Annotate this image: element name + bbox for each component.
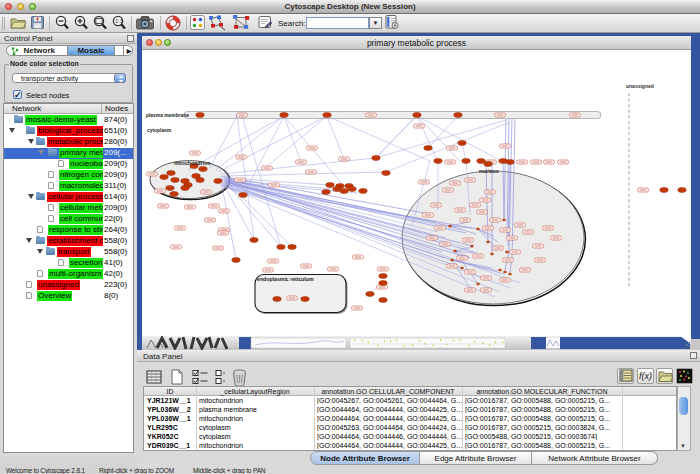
svg-text:1:1: 1:1	[115, 18, 123, 24]
svg-text:nucleus: nucleus	[479, 168, 499, 174]
svg-text:endoplasmic reticulum: endoplasmic reticulum	[257, 276, 314, 282]
svg-text:plasma membrane: plasma membrane	[146, 113, 189, 118]
svg-text:unassigned: unassigned	[626, 83, 654, 89]
svg-text:mitochondrion: mitochondrion	[174, 160, 210, 166]
svg-text:cytoplasm: cytoplasm	[147, 128, 172, 133]
